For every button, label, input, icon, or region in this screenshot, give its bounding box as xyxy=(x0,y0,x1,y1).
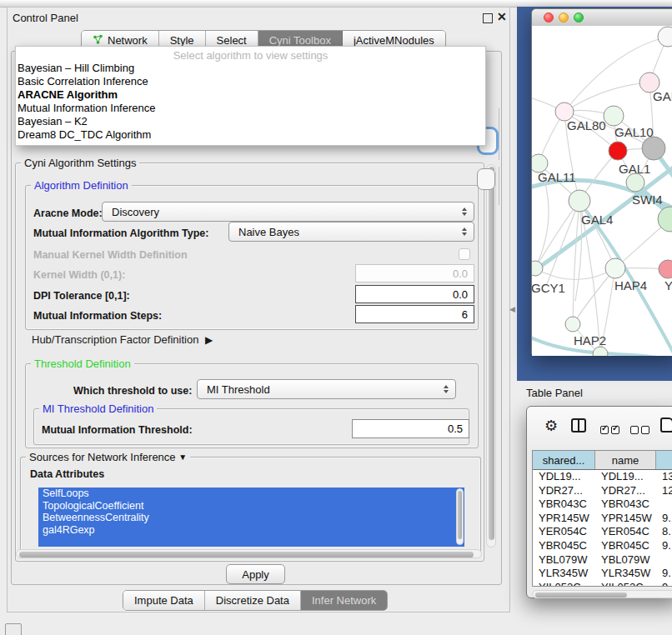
node-gray-node[interactable] xyxy=(642,137,665,160)
node-salmon-y[interactable] xyxy=(659,260,672,278)
node-label-hap2: HAP2 xyxy=(574,333,606,348)
control-panel-window: Control Panel ✕ NetworkStyleSelectCyni T… xyxy=(7,7,510,612)
bottom-tabbar: Impute DataDiscretize DataInfer Network xyxy=(123,590,388,611)
table-row[interactable]: YBL079WYBL079W xyxy=(533,553,672,568)
data-attributes-list[interactable]: SelfLoopsTopologicalCoefficientBetweenne… xyxy=(38,488,464,547)
zoom-traffic-light[interactable] xyxy=(574,12,584,22)
hidden-group-border-fragment xyxy=(499,108,499,160)
table-cell: YDL19... xyxy=(533,470,595,484)
settings-horizontal-scrollbar[interactable] xyxy=(16,549,482,558)
table-row[interactable]: YBR043CYBR043C xyxy=(533,498,672,512)
algorithm-option-bayesian-k2[interactable]: Bayesian – K2 xyxy=(16,115,485,128)
node-bottom-green[interactable] xyxy=(593,347,608,356)
cyni-algorithm-settings-title: Cyni Algorithm Settings xyxy=(21,157,139,169)
apply-button[interactable]: Apply xyxy=(226,564,285,584)
table-cell: YBR045C xyxy=(595,539,656,553)
collapsed-panel-icon[interactable] xyxy=(5,623,22,635)
node-swi4[interactable] xyxy=(626,173,644,192)
column-header-name[interactable]: name xyxy=(595,451,656,469)
table-cell: 8. xyxy=(656,525,672,539)
float-window-icon[interactable] xyxy=(483,13,493,23)
algorithm-placeholder: Select algorithm to view settings xyxy=(16,49,485,62)
attribute-selfloops[interactable]: SelfLoops xyxy=(38,488,464,500)
hub-definition-toggle[interactable]: Hub/Transcription Factor Definition ▶ xyxy=(32,333,209,346)
table-row[interactable]: YDL19...YDL19...13 xyxy=(533,470,672,484)
algorithm-option-bayesian-hill-climbing[interactable]: Bayesian – Hill Climbing xyxy=(16,62,485,75)
dpi-tolerance-label: DPI Tolerance [0,1]: xyxy=(33,290,130,302)
mi-steps-field[interactable]: 6 xyxy=(355,305,474,323)
column-header-a[interactable]: A xyxy=(656,451,672,469)
kernel-width-label: Kernel Width (0,1): xyxy=(33,269,125,281)
attribute-list-scrollbar[interactable] xyxy=(456,488,464,545)
network-window-titlebar[interactable] xyxy=(532,9,672,27)
deselect-all-icon[interactable] xyxy=(630,422,652,437)
close-traffic-light[interactable] xyxy=(544,12,554,22)
node-hap2[interactable] xyxy=(565,317,580,332)
new-table-icon[interactable] xyxy=(660,418,672,432)
algorithm-option-dream8-dc-tdc-algorithm[interactable]: Dream8 DC_TDC Algorithm xyxy=(16,128,485,142)
combo-arrows-icon xyxy=(444,385,449,393)
node-gal10[interactable] xyxy=(604,106,624,126)
manual-kernel-width-label: Manual Kernel Width Definition xyxy=(33,249,188,261)
node-hap4[interactable] xyxy=(605,258,625,278)
algorithm-dropdown-popup: Select algorithm to view settings Bayesi… xyxy=(15,46,486,146)
manual-kernel-width-checkbox[interactable] xyxy=(459,248,470,260)
kernel-width-field[interactable]: 0.0 xyxy=(355,264,474,282)
table-cell: 9. xyxy=(656,567,672,581)
column-header-shared[interactable]: shared... xyxy=(533,451,595,469)
which-threshold-value: MI Threshold xyxy=(207,383,270,396)
table-row[interactable]: YER054CYER054C8. xyxy=(533,525,672,539)
mi-algorithm-type-select[interactable]: Naive Bayes xyxy=(228,222,474,242)
node-gal1-red[interactable] xyxy=(609,142,627,160)
algorithm-option-mutual-information-inference[interactable]: Mutual Information Inference xyxy=(16,102,485,115)
control-panel-title: Control Panel xyxy=(13,12,78,24)
algorithm-option-basic-correlation-inference[interactable]: Basic Correlation Inference xyxy=(16,75,485,88)
tab-label: Cyni Toolbox xyxy=(269,34,331,47)
sources-title[interactable]: Sources for Network Inference ▼ xyxy=(26,451,190,463)
tab-label: Network xyxy=(108,34,148,47)
node-top-partial[interactable] xyxy=(658,27,672,47)
node-gcy1[interactable] xyxy=(532,261,543,276)
table-cell xyxy=(656,553,672,568)
table-row[interactable]: YPR145WYPR145W9. xyxy=(533,512,672,526)
settings-vertical-scrollbar[interactable] xyxy=(486,164,496,548)
edge xyxy=(573,201,579,324)
node-table: shared...nameA YDL19...YDL19...13YDR27..… xyxy=(532,450,672,587)
table-cell: 9. xyxy=(656,512,672,526)
tab-impute-data[interactable]: Impute Data xyxy=(123,591,205,610)
table-cell: YLR345W xyxy=(595,567,656,581)
table-header-row: shared...nameA xyxy=(533,451,672,470)
edge xyxy=(535,268,615,280)
which-threshold-select[interactable]: MI Threshold xyxy=(197,379,456,399)
mi-threshold-field[interactable]: 0.5 xyxy=(352,419,469,438)
algorithm-option-aracne-algorithm[interactable]: ARACNE Algorithm xyxy=(16,88,485,102)
tab-discretize-data[interactable]: Discretize Data xyxy=(205,591,301,610)
settings-gear-icon[interactable]: ⚙ xyxy=(544,418,558,433)
table-row[interactable]: YBR045CYBR045C9. xyxy=(533,539,672,553)
attribute-betweennesscentrality[interactable]: BetweennessCentrality xyxy=(38,512,464,524)
tab-label: Style xyxy=(170,34,194,47)
close-icon[interactable]: ✕ xyxy=(497,10,507,23)
table-row[interactable]: YIL052CYIL052C9. xyxy=(533,581,672,586)
table-cell: YBR045C xyxy=(533,539,595,553)
table-cell: YER054C xyxy=(533,525,595,539)
select-all-icon[interactable] xyxy=(600,422,622,437)
table-horizontal-scrollbar[interactable] xyxy=(532,590,672,598)
table-cell: 12 xyxy=(656,484,672,498)
panel-divider-collapse-icon[interactable]: ◀ xyxy=(509,305,515,313)
minimize-traffic-light[interactable] xyxy=(559,12,569,22)
mi-algorithm-type-label: Mutual Information Algorithm Type: xyxy=(33,228,208,239)
aracne-mode-select[interactable]: Discovery xyxy=(102,202,474,222)
table-row[interactable]: YLR345WYLR345W9. xyxy=(533,567,672,581)
network-canvas[interactable]: GAL7GAL80GAL10GAL1SWI4GAL11GAL4GCY1HAP4Y… xyxy=(532,26,672,356)
column-pair-icon[interactable] xyxy=(571,418,586,432)
attribute-gal4rgexp[interactable]: gal4RGexp xyxy=(38,524,464,537)
table-cell: YDR27... xyxy=(533,484,595,498)
node-gal4[interactable] xyxy=(569,190,590,212)
dpi-tolerance-field[interactable]: 0.0 xyxy=(355,285,474,303)
table-row[interactable]: YDR27...YDR27...12 xyxy=(533,484,672,498)
attribute-topologicalcoefficient[interactable]: TopologicalCoefficient xyxy=(38,500,464,512)
tab-infer-network[interactable]: Infer Network xyxy=(301,591,387,610)
aracne-mode-value: Discovery xyxy=(112,206,159,218)
combo-arrows-icon xyxy=(462,228,467,236)
